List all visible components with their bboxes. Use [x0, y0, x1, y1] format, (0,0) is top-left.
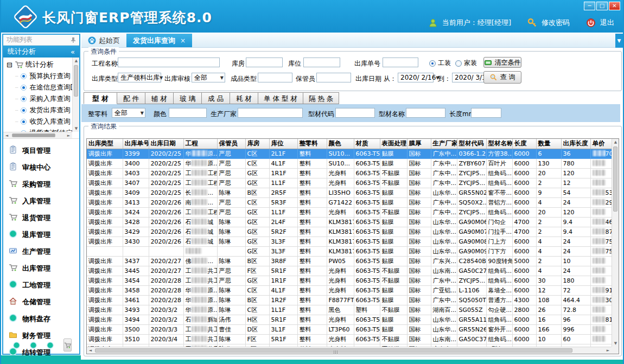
sidebar-item-5[interactable]: 退货管理: [9, 209, 79, 226]
material-tab-1[interactable]: 配 件: [117, 92, 145, 104]
material-tab-3[interactable]: 玻 璃: [174, 92, 202, 104]
scroll-down-icon[interactable]: ▼: [612, 340, 619, 347]
table-row[interactable]: 调拨出库34132020/2/26南...严思C区5R3F整料G71422606…: [87, 197, 612, 207]
dot-icon[interactable]: [13, 342, 20, 349]
table-row[interactable]: 调拨出库34932020/3/2华原...陈琳C区1L1F整料黑色塑料不贴膜国标…: [87, 305, 612, 315]
out-type-select[interactable]: 生产领料出库▼: [118, 73, 161, 82]
table-row[interactable]: 调拨出库33992020/2/25华原...严思C区2L1F整料SU10...6…: [87, 149, 612, 158]
out-audit-select[interactable]: 全部▼: [192, 73, 225, 82]
material-tab-5[interactable]: 耗 材: [230, 92, 258, 104]
tree-item-0[interactable]: ┈预算执行查询: [7, 71, 72, 82]
column-header-13[interactable]: 型材代码: [457, 139, 486, 149]
scroll-up-icon[interactable]: ▲: [73, 58, 80, 64]
column-header-5[interactable]: 库房: [245, 139, 269, 149]
column-header-17[interactable]: 出库长度: [561, 139, 590, 149]
tree-item-5[interactable]: ┈退货查询[待定]: [7, 127, 72, 132]
sidebar-item-2[interactable]: 审核中心: [9, 159, 79, 176]
product-type-input[interactable]: [258, 73, 292, 82]
material-tab-2[interactable]: 辅 材: [145, 92, 174, 104]
material-tab-0[interactable]: 型 材: [84, 92, 117, 104]
tab-shipment-query[interactable]: 发货出库查询 ×: [126, 34, 192, 47]
search-button[interactable]: 查 询: [483, 71, 521, 84]
column-header-4[interactable]: 保管员: [217, 139, 245, 149]
tree-expander-icon[interactable]: ⊟: [7, 61, 12, 69]
tab-home[interactable]: 起始页: [81, 34, 126, 47]
column-header-8[interactable]: 颜色: [327, 139, 354, 149]
logout-link[interactable]: 退出: [600, 18, 614, 28]
grid-vertical-scrollbar[interactable]: ▲ ▼: [612, 139, 619, 347]
sidebar-item-3[interactable]: 采购管理: [9, 176, 79, 193]
length-input[interactable]: [471, 108, 501, 118]
column-header-3[interactable]: 工程: [183, 139, 217, 149]
column-header-11[interactable]: 膜厚: [407, 139, 431, 149]
scroll-left-icon[interactable]: ◄: [87, 347, 94, 354]
column-header-6[interactable]: 库位: [269, 139, 297, 149]
sidebar-item-7[interactable]: 生产管理: [9, 243, 79, 260]
radio-gongzhuang[interactable]: 工装: [429, 59, 451, 68]
table-row[interactable]: 调拨出库34032020/2/25工工程严思G区1R1F整料光身料6063-T5…: [87, 168, 612, 178]
maximize-button[interactable]: □: [596, 2, 608, 10]
dot-icon[interactable]: [30, 342, 37, 349]
tab-close-icon[interactable]: ×: [180, 37, 186, 44]
sidebar-section-header[interactable]: 统计分析 «: [3, 46, 79, 58]
dot-icon[interactable]: [47, 342, 54, 349]
table-row[interactable]: 调拨出库34002020/2/25华原...严思C区4L1F整料SU10...6…: [87, 158, 612, 168]
sidebar-item-4[interactable]: 入库管理: [9, 193, 79, 209]
table-row[interactable]: 调拨出库34072020/2/25工工程严思G区1L1F整料光身料6063-T5…: [87, 178, 612, 188]
color-input[interactable]: [169, 108, 207, 118]
order-no-input[interactable]: [383, 58, 418, 67]
table-row[interactable]: 调拨出库34282020/2/26石城陈琳G区2L4F整料KLM38176063…: [87, 217, 612, 227]
table-row[interactable]: 调拨出库34292020/2/26石城陈琳G区5R2F整料KLM38176063…: [87, 227, 612, 237]
table-row[interactable]: 调拨出库35102020/3/4工共工程陈琳F区5R1F整料光身料6063-T5…: [87, 334, 612, 344]
close-button[interactable]: ✕: [609, 2, 620, 10]
table-row[interactable]: 调拨出库35002020/3/3工共工程曹佳D区3L1F整料LT3P606063…: [87, 324, 612, 334]
sidebar-item-11[interactable]: 物料盘存: [9, 310, 79, 327]
column-header-12[interactable]: 生产厂家: [431, 139, 457, 149]
change-password-link[interactable]: 修改密码: [542, 18, 570, 28]
column-header-14[interactable]: 型材名称: [486, 139, 512, 149]
radio-jiazhuang[interactable]: 家装: [455, 59, 477, 68]
scroll-right-icon[interactable]: ►: [604, 347, 612, 354]
keeper-input[interactable]: [316, 73, 351, 82]
scroll-up-icon[interactable]: ▲: [612, 139, 619, 145]
collapse-icon[interactable]: «: [71, 48, 75, 56]
column-header-2[interactable]: 出库日期: [149, 139, 183, 149]
table-row[interactable]: 调拨出库34612020/2/28华原...陈琳B区1R2F整料F8877FT6…: [87, 295, 612, 305]
table-row[interactable]: 调拨出库34542020/2/28工共工程严思G区1R1F整料光身料6063-T…: [87, 276, 612, 285]
warehouse-input[interactable]: [246, 58, 283, 67]
scroll-left-icon[interactable]: ◄: [3, 132, 10, 139]
whole-piece-select[interactable]: 全部▼: [112, 108, 145, 118]
date-from-select[interactable]: 2020/ 2/16▼: [398, 73, 434, 82]
profile-name-input[interactable]: [406, 108, 445, 118]
grid-horizontal-scrollbar[interactable]: ◄ ►: [87, 347, 612, 354]
sidebar-item-10[interactable]: 仓储管理: [9, 293, 79, 310]
table-row[interactable]: G区3L3F整料KLM38176063-T5贴膜国标山东华...GA90M09.…: [87, 246, 612, 256]
project-name-input[interactable]: [118, 58, 220, 67]
tree-item-1[interactable]: ┈在途信息查询[待: [7, 82, 72, 93]
table-row[interactable]: 调拨出库34452020/2/27工共工程严思F区5R1F整料光身料6063-T…: [87, 266, 612, 276]
date-to-select[interactable]: 2020/ 3/16▼: [452, 73, 488, 82]
tree-root[interactable]: ⊟ 统计分析: [7, 59, 72, 71]
column-header-0[interactable]: 出库类型: [87, 139, 123, 149]
tree-item-4[interactable]: ┈收货入库查询: [7, 116, 72, 127]
tree-item-2[interactable]: ┈采购入库查询: [7, 93, 72, 105]
column-header-1[interactable]: 出库单号: [123, 139, 149, 149]
material-tab-7[interactable]: 隔 热 条: [303, 92, 339, 104]
table-row[interactable]: 调拨出库34302020/2/26石城陈琳G区3L3F整料KLM38176063…: [87, 237, 612, 246]
scroll-down-icon[interactable]: ▼: [73, 125, 80, 132]
column-header-18[interactable]: 单价: [590, 139, 612, 149]
scroll-right-icon[interactable]: ►: [65, 132, 72, 139]
pin-icon[interactable]: [71, 37, 76, 43]
tree-item-3[interactable]: ┈发货出库查询: [7, 105, 72, 116]
table-row[interactable]: 调拨出库34372020/2/27佛...陈琳B区3R8F整料PW056063-…: [87, 256, 612, 266]
table-row[interactable]: 调拨出库34582020/2/28华原...陈琳C区4L1F整料光身料6063-…: [87, 285, 612, 295]
table-row[interactable]: 调拨出库34092020/2/25长...陈琳B区2R5F整料LI35HO606…: [87, 188, 612, 197]
column-header-10[interactable]: 表面处理: [380, 139, 407, 149]
table-row[interactable]: 调拨出库34242020/2/26工工程严思G区1L1F整料光身料6063-T5…: [87, 207, 612, 217]
material-tab-6[interactable]: 单 体 型 材: [258, 92, 303, 104]
column-header-7[interactable]: 整零料: [297, 139, 327, 149]
sidebar-item-1[interactable]: 项目管理: [9, 142, 79, 159]
sidebar-item-9[interactable]: 工地管理: [9, 277, 79, 293]
location-input[interactable]: [303, 58, 340, 67]
tree-horizontal-scrollbar[interactable]: ◄ ►: [3, 132, 72, 138]
